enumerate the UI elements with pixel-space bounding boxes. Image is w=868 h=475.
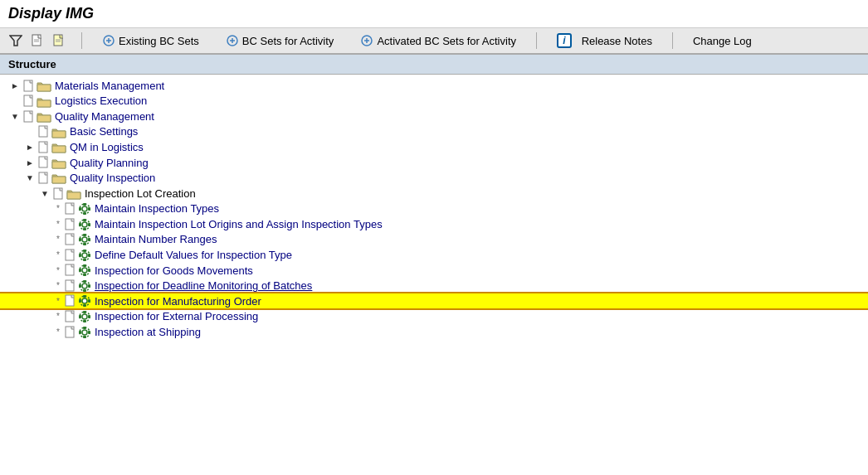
expand-icon[interactable] [23, 125, 37, 138]
gear-svg [78, 264, 91, 277]
small-doc-icon [38, 171, 50, 185]
doc-small-svg [65, 279, 76, 293]
tree-bullet: * [53, 220, 63, 229]
doc-icon-btn-1[interactable] [28, 32, 46, 50]
svg-point-40 [82, 253, 87, 258]
tree-item-label-inspection_goods_movements: Inspection for Goods Movements [95, 264, 253, 277]
expand-icon[interactable]: ► [8, 79, 22, 92]
tree-item-inspection_manufacturing[interactable]: * Inspection for Manufacturing Order [0, 293, 868, 309]
folder-icon [37, 95, 51, 108]
existing-bc-sets-label: Existing BC Sets [119, 35, 199, 47]
tree-item-inspection_lot_creation[interactable]: ▼ Inspection Lot Creation [0, 186, 868, 201]
toolbar-divider-1 [81, 32, 82, 49]
doc-small-svg [65, 264, 76, 277]
svg-rect-51 [79, 269, 81, 272]
svg-rect-35 [83, 234, 86, 236]
tree-item-label-maintain_inspection_types: Maintain Inspection Types [95, 202, 219, 215]
tree-item-qm_logistics[interactable]: ► QM in Logistics [0, 139, 868, 155]
small-doc-icon [65, 233, 76, 247]
folder-icon [51, 141, 66, 154]
tree-item-logistics[interactable]: Logistics Execution [0, 94, 868, 109]
svg-rect-73 [88, 315, 90, 318]
tree-item-inspection_external[interactable]: * Inspection for External Processing [0, 308, 868, 324]
folder-icon [51, 156, 66, 169]
small-doc-icon [23, 79, 35, 93]
tree-container: ► Materials Management Logistics Executi… [0, 75, 868, 463]
tree-bullet: * [53, 297, 63, 306]
small-doc-icon [38, 140, 50, 154]
activated-bc-sets-label: Activated BC Sets for Activity [377, 35, 516, 47]
svg-rect-58 [79, 284, 81, 288]
tree-item-inspection_deadline[interactable]: * Inspection for Deadline Monitoring of … [0, 278, 868, 293]
expand-icon[interactable]: ► [23, 141, 37, 154]
release-notes-btn[interactable]: i Release Notes [550, 32, 659, 50]
tree-item-basic_settings[interactable]: Basic Settings [0, 124, 868, 140]
tree-item-inspection_shipping[interactable]: * Inspection at Shipping [0, 324, 868, 340]
toolbar-divider-2 [536, 32, 537, 49]
gear-svg [78, 279, 91, 293]
small-doc-icon [65, 264, 76, 278]
bc-activity-icon [226, 34, 239, 47]
doc-small-svg [65, 294, 76, 308]
tree-bullet: * [53, 312, 63, 321]
svg-rect-65 [79, 299, 81, 303]
expand-icon[interactable]: ▼ [23, 172, 37, 185]
small-doc-icon [65, 294, 76, 308]
folder-icon [66, 187, 81, 200]
gear-svg [78, 294, 91, 308]
small-doc-icon [65, 325, 76, 339]
filter-icon-btn[interactable] [7, 32, 25, 50]
tree-item-define_default_values[interactable]: * Define Default Values for Inspection T… [0, 247, 868, 263]
gear-icon [78, 264, 91, 278]
gear-svg [78, 249, 91, 262]
svg-rect-31 [88, 223, 90, 226]
svg-rect-45 [88, 254, 90, 257]
expand-icon[interactable] [8, 95, 22, 108]
svg-rect-71 [83, 320, 86, 322]
svg-rect-50 [83, 274, 86, 276]
tree-item-materials[interactable]: ► Materials Management [0, 78, 868, 94]
folder-svg [51, 127, 66, 138]
change-log-label: Change Log [693, 35, 752, 47]
tree-item-quality_mgmt[interactable]: ▼ Quality Management [0, 109, 868, 124]
tree-item-maintain_inspection_types[interactable]: * Maintain Inspection Types [0, 201, 868, 217]
svg-rect-29 [83, 228, 86, 230]
svg-rect-59 [88, 284, 90, 288]
tree-item-maintain_number_ranges[interactable]: * Maintain Number Ranges [0, 232, 868, 248]
tree-item-label-quality_inspection: Quality Inspection [70, 172, 155, 184]
expand-icon[interactable]: ▼ [38, 187, 51, 200]
activated-bc-sets-btn[interactable]: Activated BC Sets for Activity [354, 32, 523, 49]
gear-svg [78, 326, 91, 339]
existing-bc-sets-btn[interactable]: Existing BC Sets [95, 32, 206, 49]
bc-sets-activity-icon [226, 34, 239, 47]
tree-item-label-inspection_lot_creation: Inspection Lot Creation [85, 187, 196, 200]
tree-item-quality_planning[interactable]: ► Quality Planning [0, 155, 868, 171]
folder-svg [51, 172, 66, 184]
doc-small-svg [65, 310, 76, 323]
gear-svg [78, 218, 91, 231]
tree-item-inspection_goods_movements[interactable]: * Inspection for Goods Movements [0, 263, 868, 279]
tree-item-quality_inspection[interactable]: ▼ Quality Inspection [0, 170, 868, 186]
tree-item-label-maintain_lot_origins: Maintain Inspection Lot Origins and Assi… [95, 218, 383, 230]
expand-icon[interactable]: ► [23, 156, 37, 169]
tree-item-maintain_lot_origins[interactable]: * Maintain Inspection Lot Origins and As… [0, 216, 868, 232]
svg-rect-77 [83, 327, 86, 329]
expand-icon[interactable]: ▼ [8, 109, 22, 123]
gear-icon [78, 217, 91, 231]
small-doc-icon [23, 95, 35, 109]
doc-icon-btn-2[interactable] [50, 32, 68, 50]
folder-icon [51, 172, 66, 185]
bc-sets-activity-btn[interactable]: BC Sets for Activity [219, 32, 341, 49]
bc-sets-activity-label: BC Sets for Activity [242, 35, 334, 47]
folder-svg [37, 111, 51, 123]
change-log-btn[interactable]: Change Log [686, 33, 758, 49]
svg-point-61 [82, 298, 87, 303]
tree-item-label-quality_mgmt: Quality Management [55, 110, 154, 123]
tree-item-label-logistics: Logistics Execution [55, 95, 147, 107]
svg-rect-56 [83, 280, 86, 283]
doc-small-svg [38, 125, 50, 138]
svg-point-68 [82, 314, 87, 319]
tree-item-label-quality_planning: Quality Planning [70, 157, 149, 169]
tree-item-label-inspection_external: Inspection for External Processing [95, 310, 258, 322]
svg-rect-52 [88, 269, 90, 272]
